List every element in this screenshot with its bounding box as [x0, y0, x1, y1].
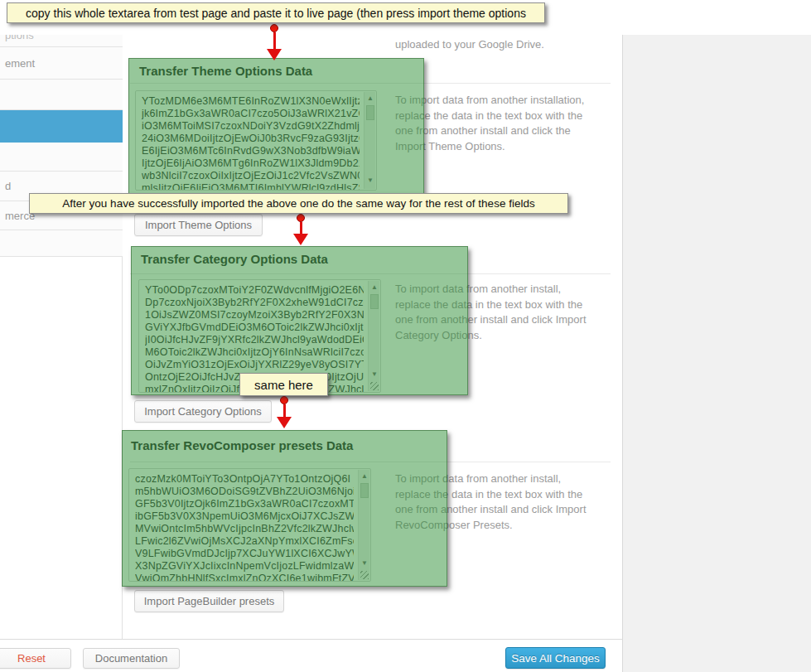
- resize-grip[interactable]: [360, 571, 369, 579]
- textarea-scrollbar[interactable]: ▲ ▼: [358, 470, 369, 580]
- scroll-up-icon[interactable]: ▲: [369, 283, 380, 292]
- arrow-icon: [293, 214, 308, 245]
- scroll-thumb[interactable]: [370, 294, 379, 309]
- arrow-shaft: [273, 32, 276, 49]
- section-heading-theme-options: Transfer Theme Options Data: [139, 64, 312, 78]
- arrow-head-icon: [293, 234, 308, 245]
- arrow-dot: [280, 396, 288, 404]
- import-pagebuilder-presets-button[interactable]: Import PageBuilder presets: [134, 590, 284, 612]
- scroll-down-icon[interactable]: ▼: [369, 370, 380, 380]
- category-options-description: To import data from another install, rep…: [395, 282, 615, 343]
- arrow-shaft: [283, 404, 286, 417]
- arrow-head-icon: [277, 417, 292, 428]
- theme-options-textarea[interactable]: YTozMDM6e3M6MTE6InRoZW1lX3N0eWxlIjtzO jk…: [135, 90, 377, 191]
- callout-after-imported: After you have successfully imported the…: [29, 193, 568, 214]
- arrow-icon: [267, 24, 282, 60]
- sidebar-item-active[interactable]: [0, 110, 123, 143]
- sidebar-item[interactable]: [0, 143, 123, 172]
- callout-copy-textarea: copy this whole textarea from test page …: [7, 2, 545, 23]
- field-divider: [130, 462, 611, 462]
- sidebar-item-label: d: [5, 180, 11, 192]
- revocomposer-description: To import data from another install, rep…: [395, 471, 615, 533]
- section-heading-revocomposer: Transfer RevoComposer presets Data: [131, 438, 353, 452]
- revocomposer-textarea[interactable]: czozMzk0MToiYTo3OntpOjA7YTo1OntzOjQ6I m5…: [128, 468, 371, 582]
- sidebar-item[interactable]: [0, 80, 123, 110]
- textarea-scrollbar[interactable]: ▲ ▼: [368, 281, 379, 391]
- arrow-shaft: [300, 222, 302, 234]
- footer-divider: [0, 639, 622, 640]
- field-divider: [130, 273, 611, 274]
- sidebar-item[interactable]: [0, 230, 123, 257]
- theme-options-page: ptions ement d merce uploaded to your Go…: [0, 0, 811, 672]
- import-category-options-button[interactable]: Import Category Options: [134, 400, 272, 423]
- arrow-dot: [270, 24, 278, 32]
- sidebar-item-label: ement: [5, 57, 35, 70]
- sidebar-item-options[interactable]: ptions: [0, 35, 123, 47]
- field-divider: [130, 83, 611, 84]
- arrow-head-icon: [267, 49, 282, 60]
- callout-same-here: same here: [239, 373, 328, 396]
- reset-button[interactable]: Reset: [0, 648, 71, 669]
- import-theme-options-button[interactable]: Import Theme Options: [134, 214, 263, 236]
- documentation-button[interactable]: Documentation: [83, 648, 180, 669]
- sidebar-item-management[interactable]: ement: [0, 47, 123, 80]
- scroll-down-icon[interactable]: ▼: [359, 558, 370, 568]
- scroll-up-icon[interactable]: ▲: [364, 94, 376, 104]
- resize-grip[interactable]: [370, 382, 379, 390]
- scroll-thumb[interactable]: [366, 105, 374, 120]
- sidebar: ptions ement d merce: [0, 35, 123, 639]
- sidebar-item-label: ptions: [5, 35, 34, 41]
- save-all-changes-button[interactable]: Save All Changes: [505, 647, 606, 669]
- theme-options-description: To import data from another installation…: [395, 93, 615, 154]
- section-heading-category-options: Transfer Category Options Data: [141, 252, 328, 266]
- scroll-down-icon[interactable]: ▼: [364, 176, 376, 186]
- scroll-up-icon[interactable]: ▲: [359, 471, 370, 481]
- admin-background: [622, 35, 811, 672]
- textarea-scrollbar[interactable]: ▲ ▼: [364, 92, 375, 189]
- arrow-icon: [277, 396, 292, 428]
- google-drive-note: uploaded to your Google Drive.: [395, 38, 544, 51]
- arrow-dot: [297, 214, 305, 222]
- scroll-thumb[interactable]: [360, 483, 369, 498]
